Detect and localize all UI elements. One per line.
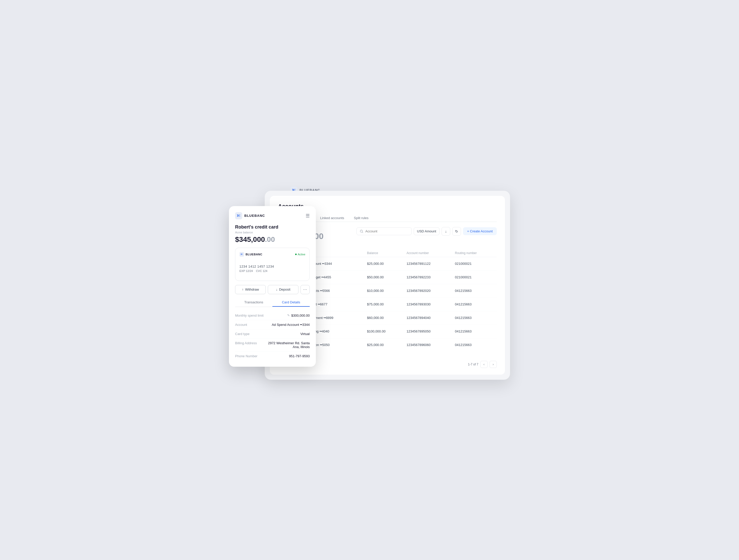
withdraw-button[interactable]: ↑ Withdraw [235,285,266,294]
row-balance: $60,000.00 [364,311,404,325]
card-meta: EXP 12/24 CVC 124 [240,269,305,272]
scene: BLUEBANC Accounts Bluebanc accounts Link… [229,181,510,380]
deposit-label: Deposit [279,288,290,292]
more-options-button[interactable]: ⋯ [300,285,310,294]
row-balance: $75,000.00 [364,298,404,311]
row-account-number: 1234567896060 [404,338,452,352]
card-logo-text: BLUEBANC [244,214,265,218]
tab-split-rules[interactable]: Split rules [349,214,373,222]
row-account-number: 1234567892233 [404,270,452,284]
card-exp: EXP 12/24 [240,269,253,272]
detail-spend-limit: Monthly spend limit ✎ $300,000.00 [235,311,310,320]
active-label: Active [298,253,305,256]
row-routing: 041215663 [452,311,497,325]
row-balance: $100,000.00 [364,325,404,338]
menu-icon[interactable]: ☰ [306,213,310,219]
card-panel: BLUEBANC ☰ Robert's credit card Acme bal… [229,206,316,367]
withdraw-label: Withdraw [245,288,259,292]
billing-value: 2972 Westheimer Rd. Santa Ana, Illinois [266,341,310,349]
toolbar: USD Amount ↓ ↻ + Create Account [356,227,497,236]
row-routing: 041215663 [452,338,497,352]
deposit-button[interactable]: ↓ Deposit [268,285,298,294]
next-page-button[interactable]: › [489,361,497,368]
row-account-number: 1234567892020 [404,284,452,298]
search-box[interactable] [356,227,412,235]
row-routing: 021000021 [452,257,497,270]
sort-button[interactable]: ↓ [442,227,450,236]
card-details-content: Monthly spend limit ✎ $300,000.00 Accoun… [235,311,310,361]
billing-label: Billing Address [235,341,266,345]
col-account-number: Account number [404,249,452,257]
card-balance: $345,000.00 [235,235,310,244]
detail-phone: Phone Number 951-797-9593 [235,352,310,361]
panel-tabs: Transactions Card Details [235,298,310,307]
phone-value: 951-797-9593 [289,354,310,358]
row-balance: $10,000.00 [364,284,404,298]
row-routing: 041215663 [452,325,497,338]
prev-page-button[interactable]: ‹ [480,361,487,368]
card-type-label: Card type [235,332,266,336]
card-visual-logo-icon [240,252,244,257]
row-balance: $25,000.00 [364,257,404,270]
row-account-number: 1234567895050 [404,325,452,338]
edit-icon[interactable]: ✎ [287,314,290,317]
active-dot [295,253,297,255]
detail-billing: Billing Address 2972 Westheimer Rd. Sant… [235,339,310,352]
phone-label: Phone Number [235,354,266,358]
create-account-button[interactable]: + Create Account [463,227,497,235]
search-input[interactable] [365,229,408,233]
usd-label: USD Amount [414,227,440,235]
spend-limit-label: Monthly spend limit [235,314,266,318]
pagination-info: 1-7 of 7 [468,363,478,366]
account-value: Ad Spend Account ••3344 [272,323,310,327]
col-routing: Routing number [452,249,497,257]
card-panel-header: BLUEBANC ☰ [235,212,310,219]
active-badge: Active [295,253,305,256]
tab-linked-accounts[interactable]: Linked accounts [316,214,348,222]
row-account-number: 1234567894040 [404,311,452,325]
row-balance: $25,000.00 [364,338,404,352]
row-routing: 041215663 [452,284,497,298]
col-balance: Balance [364,249,404,257]
row-account-number: 1234567891122 [404,257,452,270]
tab-card-details[interactable]: Card Details [272,298,310,307]
card-cvc: CVC 124 [256,269,268,272]
card-logo-icon [235,212,242,219]
deposit-arrow-icon: ↓ [276,288,278,292]
account-label: Account [235,323,266,327]
row-account-number: 1234567893030 [404,298,452,311]
refresh-button[interactable]: ↻ [452,227,461,236]
card-visual-logo: BLUEBANC [240,252,263,257]
action-buttons: ↑ Withdraw ↓ Deposit ⋯ [235,285,310,294]
card-panel-logo: BLUEBANC [235,212,265,219]
search-icon [360,229,363,233]
card-balance-cents: .00 [265,235,275,243]
card-type-value: Virtual [300,332,310,336]
row-routing: 041215663 [452,298,497,311]
card-visual-header: BLUEBANC Active [240,252,305,257]
tab-transactions[interactable]: Transactions [235,298,272,307]
detail-card-type: Card type Virtual [235,329,310,339]
credit-card-visual: BLUEBANC Active 1234 1412 1457 1234 EXP … [235,248,310,281]
row-balance: $50,000.00 [364,270,404,284]
card-number: 1234 1412 1457 1234 [240,265,305,268]
withdraw-arrow-icon: ↑ [242,288,244,292]
spend-limit-value: ✎ $300,000.00 [287,314,310,318]
card-balance-main: $345,000 [235,235,265,243]
card-title: Robert's credit card [235,224,310,230]
row-routing: 021000021 [452,270,497,284]
detail-account: Account Ad Spend Account ••3344 [235,320,310,329]
card-balance-label: Acme balance [235,231,310,234]
